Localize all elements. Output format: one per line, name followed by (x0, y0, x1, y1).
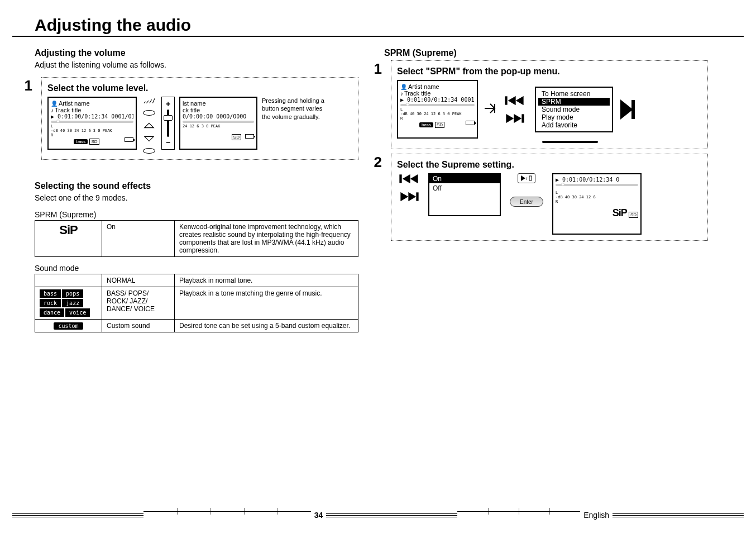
right-step-1-title: Select "SPRM" from the pop-up menu. (397, 66, 702, 77)
play-pause-button[interactable]: / (518, 173, 535, 183)
battery-icon-r1 (466, 121, 475, 125)
table-row: NORMAL Playback in normal tone. (35, 274, 358, 287)
sm-desc-1: Playback in a tone matching the genre of… (175, 287, 358, 320)
player-lcd-cropped: ist name ck title 0/0:00:00 0000/0000 24… (179, 97, 257, 150)
right-step-2-number: 2 (367, 154, 382, 171)
next-track-button-2[interactable] (399, 191, 423, 202)
sprm-desc: Kenwood-original tone improvement techno… (175, 221, 358, 257)
adjust-volume-heading: Adjusting the volume (35, 48, 358, 58)
svg-marker-6 (514, 115, 521, 122)
svg-text:/: / (526, 176, 528, 181)
step-1-title: Select the volume level. (47, 83, 352, 93)
player-lcd-r2: ▶ 0:01:00/0:12:34 0 L -dB 40 30 24 12 6 … (552, 173, 642, 235)
right-step-1-box: Select "SPRM" from the pop-up menu. Arti… (391, 60, 708, 149)
svg-marker-11 (403, 175, 410, 183)
volume-plus-icon: + (162, 99, 174, 108)
sm-desc-0: Playback in normal tone. (175, 274, 358, 287)
soundmode-label: Sound mode (35, 264, 358, 273)
right-step-2-title: Select the Supreme setting. (397, 160, 702, 170)
lcd2-artist: ist name (183, 100, 254, 107)
svg-marker-14 (409, 193, 415, 201)
left-column: Adjusting the volume Adjust the listenin… (35, 48, 358, 332)
menu-item-addfav[interactable]: Add favorite (538, 121, 610, 129)
sm-label-0: NORMAL (102, 274, 175, 287)
choice-on[interactable]: On (429, 174, 500, 184)
lcd-r2-sip-icon: SiP (613, 207, 627, 218)
lcd-r2-db: -dB 40 30 24 12 6 (556, 195, 638, 199)
sprm-label: SPRM (Supreme) (35, 210, 358, 219)
volume-step-row: Artist name Track title ▶ 0:01:00/0:12:3… (47, 97, 352, 154)
lcd-r2-sd: SD (629, 212, 638, 218)
lcd-artist: Artist name (59, 100, 90, 107)
volume-slider[interactable]: + − (161, 97, 175, 150)
svg-marker-12 (411, 175, 418, 183)
step-1-box: Select the volume level. Artist name Tra… (41, 77, 358, 160)
table-row: bass pops rock jazz dance voice BASS/ PO… (35, 287, 358, 320)
sprm-heading: SPRM (Supreme) (384, 48, 708, 58)
soundmode-table: NORMAL Playback in normal tone. bass pop… (35, 274, 358, 332)
lcd-db-ticks: -dB 40 30 24 12 6 3 0 PEAK (51, 129, 133, 133)
signal-icon (143, 97, 155, 104)
lcd-r1-db: -dB 40 30 24 12 6 3 0 PEAK (400, 112, 475, 116)
sprm-step1-row: Artist name Track title ▶ 0:01:00/0:12:3… (397, 80, 702, 139)
right-step-2-box: Select the Supreme setting. On (391, 154, 708, 241)
lcd-bass-badge: bass (74, 139, 88, 144)
menu-item-home[interactable]: To Home screen (538, 90, 610, 98)
progress-underline (542, 141, 598, 143)
sip-icon: SiP (59, 223, 77, 237)
chip-dance: dance (40, 308, 64, 317)
menu-item-sprm[interactable]: SPRM (538, 98, 610, 106)
svg-rect-10 (400, 175, 401, 183)
chip-rock: rock (40, 299, 61, 307)
supreme-choice-list[interactable]: On Off (428, 173, 501, 216)
volume-handle[interactable] (164, 115, 173, 121)
title-rule (12, 36, 744, 37)
bottom-oval-button[interactable] (143, 148, 155, 154)
lcd-track: Track title (55, 107, 81, 113)
volume-minus-icon: − (162, 138, 174, 147)
svg-marker-3 (509, 97, 515, 104)
chip-pops: pops (62, 289, 83, 298)
right-step-1-number: 1 (367, 60, 382, 78)
lcd-sd-icon: SD (89, 139, 99, 145)
popup-menu[interactable]: To Home screen SPRM Sound mode Play mode… (535, 87, 613, 132)
choice-off[interactable]: Off (429, 184, 500, 193)
side-buttons (141, 97, 157, 154)
battery-icon (125, 137, 133, 142)
menu-item-soundmode[interactable]: Sound mode (538, 106, 610, 113)
svg-rect-2 (505, 97, 507, 104)
step-1-number: 1 (18, 77, 32, 94)
sm-desc-2: Desired tone can be set using a 5-band c… (175, 320, 358, 332)
svg-marker-8 (621, 101, 632, 118)
prev-track-button[interactable] (504, 95, 529, 106)
lcd-r1-sd: SD (435, 122, 444, 128)
battery-icon-2 (245, 134, 254, 139)
lcd2-sd-icon: SD (232, 134, 241, 140)
sprm-step2-row: On Off / Enter ▶ 0:01:00/0:12:34 0 (397, 173, 702, 235)
svg-rect-15 (417, 193, 418, 201)
down-arrow-button[interactable] (143, 135, 155, 142)
page-number: 34 (311, 511, 327, 520)
lcd-r1-track: Track title (404, 90, 430, 97)
lcd-r1-artist: Artist name (408, 83, 439, 90)
next-track-button[interactable] (504, 113, 529, 124)
page-title: Adjusting the audio (35, 16, 191, 35)
sm-label-1: BASS/ POPS/ ROCK/ JAZZ/ DANCE/ VOICE (102, 287, 175, 320)
sound-effects-heading: Selecting the sound effects (35, 181, 358, 191)
enter-button[interactable]: Enter (510, 197, 543, 207)
menu-item-playmode[interactable]: Play mode (538, 113, 610, 121)
transport-buttons-2 (397, 173, 425, 202)
lcd-r1-time: ▶ 0:01:00/0:12:34 0001/0123 (400, 97, 475, 103)
svg-marker-16 (521, 175, 525, 181)
sm-label-2: Custom sound (102, 320, 175, 332)
table-row: SiP On Kenwood-original tone improvement… (35, 221, 358, 257)
svg-marker-1 (145, 136, 154, 141)
prev-track-button-2[interactable] (399, 173, 423, 184)
chip-jazz: jazz (62, 299, 83, 307)
page-language: English (580, 511, 613, 520)
player-lcd-r1: Artist name Track title ▶ 0:01:00/0:12:3… (397, 80, 478, 139)
big-next-icon[interactable] (618, 98, 637, 121)
chip-bass: bass (40, 289, 61, 298)
up-arrow-button[interactable] (143, 121, 155, 129)
top-oval-button[interactable] (143, 110, 155, 116)
